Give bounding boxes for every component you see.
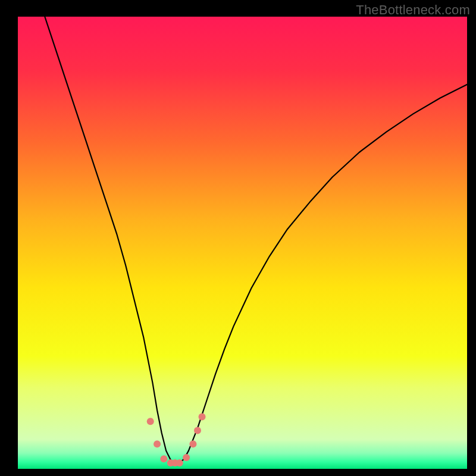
marker-point [194,427,201,434]
attribution-label: TheBottleneck.com [356,2,470,18]
marker-point [160,455,167,462]
marker-point [147,418,154,425]
marker-point [189,440,196,447]
chart-svg [0,0,476,476]
marker-point [176,459,183,466]
marker-point [154,440,161,447]
chart-frame: TheBottleneck.com [0,0,476,476]
gradient-background [18,17,467,469]
marker-point [183,454,190,461]
marker-point [199,414,206,421]
